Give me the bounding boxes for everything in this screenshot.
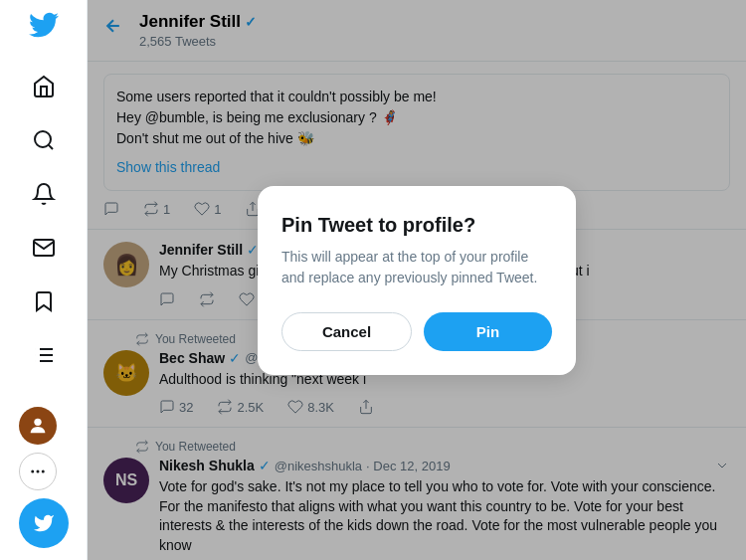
more-button[interactable]	[19, 453, 57, 490]
sidebar-item-messages[interactable]	[19, 223, 69, 273]
cancel-button[interactable]: Cancel	[281, 312, 412, 351]
twitter-logo[interactable]	[29, 10, 59, 44]
sidebar-item-explore[interactable]	[19, 115, 69, 165]
svg-point-10	[36, 470, 39, 473]
sidebar-item-bookmarks[interactable]	[19, 277, 69, 326]
svg-point-0	[35, 131, 51, 147]
svg-point-11	[41, 470, 44, 473]
sidebar-item-notifications[interactable]	[19, 169, 69, 219]
sidebar-item-lists[interactable]	[19, 330, 69, 380]
modal-description: This will appear at the top of your prof…	[281, 247, 552, 288]
user-avatar[interactable]	[19, 407, 57, 445]
modal-overlay: Pin Tweet to profile? This will appear a…	[88, 0, 746, 560]
svg-point-8	[34, 419, 41, 426]
main-content: Jennifer Still ✓ 2,565 Tweets Some users…	[88, 0, 746, 560]
pin-button[interactable]: Pin	[424, 312, 552, 351]
compose-button[interactable]	[19, 498, 69, 548]
svg-point-9	[31, 470, 34, 473]
modal-actions: Cancel Pin	[281, 312, 552, 351]
sidebar	[0, 0, 88, 560]
svg-line-1	[48, 145, 52, 149]
modal-title: Pin Tweet to profile?	[281, 214, 552, 237]
pin-tweet-modal: Pin Tweet to profile? This will appear a…	[258, 186, 576, 375]
sidebar-item-home[interactable]	[19, 62, 69, 111]
